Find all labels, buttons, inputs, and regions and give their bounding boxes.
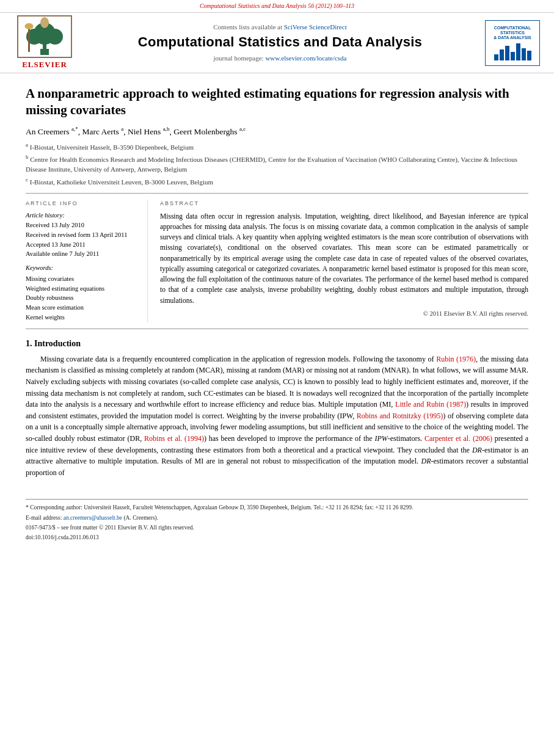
abstract-label: ABSTRACT xyxy=(160,200,528,208)
keywords-section: Keywords: Missing covariates Weighted es… xyxy=(26,264,137,322)
csda-logo-box: COMPUTATIONAL STATISTICS & DATA ANALYSIS xyxy=(485,20,540,66)
bar-7 xyxy=(527,51,531,60)
bar-4 xyxy=(511,52,515,60)
bar-1 xyxy=(494,54,498,60)
kw-3: Doubly robustness xyxy=(26,294,137,303)
svg-point-4 xyxy=(47,29,63,45)
svg-point-5 xyxy=(40,17,49,28)
doi-line: doi:10.1016/j.csda.2011.06.013 xyxy=(26,533,528,542)
star-note: * Corresponding author: Universiteit Has… xyxy=(26,503,528,512)
little-rubin-1987-link[interactable]: Little and Rubin (1987) xyxy=(395,400,466,409)
intro-heading: 1. Introduction xyxy=(26,338,528,350)
logo-box-title: COMPUTATIONAL STATISTICS & DATA ANALYSIS xyxy=(494,26,531,41)
top-divider xyxy=(26,193,528,194)
email-link[interactable]: an.creemers@uhasselt.be xyxy=(64,515,122,521)
footer-notes: * Corresponding author: Universiteit Has… xyxy=(26,503,528,542)
kw-2: Weighted estimating equations xyxy=(26,285,137,294)
bar-5 xyxy=(516,43,520,60)
email-line: E-mail address: an.creemers@uhasselt.be … xyxy=(26,514,528,522)
affil-b: b Centre for Health Economics Research a… xyxy=(26,153,528,175)
journal-title: Computational Statistics and Data Analys… xyxy=(78,33,482,52)
available-line: Available online 7 July 2011 xyxy=(26,250,137,259)
mid-divider xyxy=(26,329,528,329)
history-label: Article history: xyxy=(26,211,137,220)
journal-title-center: Contents lists available at SciVerse Sci… xyxy=(78,23,482,64)
keywords-label: Keywords: xyxy=(26,264,137,273)
page: Computational Statistics and Data Analys… xyxy=(0,0,554,756)
journal-citation-bar: Computational Statistics and Data Analys… xyxy=(0,0,554,12)
copyright-line: © 2011 Elsevier B.V. All rights reserved… xyxy=(160,310,528,319)
affil-a: a I-Biostat, Universiteit Hasselt, B-359… xyxy=(26,141,528,152)
carpenter-2006-link[interactable]: Carpenter et al. (2006) xyxy=(425,434,492,443)
footer-divider xyxy=(26,499,528,500)
bar-6 xyxy=(522,48,526,60)
revised-line: Received in revised form 13 April 2011 xyxy=(26,231,137,240)
footer-area: * Corresponding author: Universiteit Has… xyxy=(0,499,554,548)
homepage-link[interactable]: www.elsevier.com/locate/csda xyxy=(265,54,346,62)
svg-point-7 xyxy=(25,23,34,29)
kw-1: Missing covariates xyxy=(26,275,137,284)
elsevier-logo: ELSEVIER xyxy=(11,15,78,70)
elsevier-tree-icon xyxy=(17,15,72,58)
journal-banner: ELSEVIER Contents lists available at Sci… xyxy=(0,12,554,73)
article-info-label: ARTICLE INFO xyxy=(26,200,137,208)
accepted-line: Accepted 13 June 2011 xyxy=(26,241,137,250)
affil-c: c I-Biostat, Katholieke Universiteit Leu… xyxy=(26,176,528,187)
bar-2 xyxy=(500,49,504,60)
article-history: Article history: Received 13 July 2010 R… xyxy=(26,211,137,259)
abstract-text: Missing data often occur in regression a… xyxy=(160,211,528,306)
kw-5: Kernel weights xyxy=(26,313,137,322)
intro-para-1: Missing covariate data is a frequently e… xyxy=(26,354,528,479)
received-line: Received 13 July 2010 xyxy=(26,221,137,230)
article-info-col: ARTICLE INFO Article history: Received 1… xyxy=(26,200,148,322)
sciverse-line: Contents lists available at SciVerse Sci… xyxy=(78,23,482,32)
rubin-1976-link[interactable]: Rubin (1976) xyxy=(436,355,476,363)
svg-rect-6 xyxy=(28,27,30,52)
article-title: A nonparametric approach to weighted est… xyxy=(26,85,528,119)
abstract-col: ABSTRACT Missing data often occur in reg… xyxy=(160,200,528,322)
issn-line: 0167-9473/$ – see front matter © 2011 El… xyxy=(26,523,528,532)
authors-line: An Creemers a,*, Marc Aerts a, Niel Hens… xyxy=(26,125,528,137)
robins-rotnitzky-1995-link[interactable]: Robins and Rotnitzky (1995) xyxy=(357,412,443,420)
affiliations: a I-Biostat, Universiteit Hasselt, B-359… xyxy=(26,141,528,187)
journal-homepage: journal homepage: www.elsevier.com/locat… xyxy=(78,54,482,63)
kw-4: Mean score estimation xyxy=(26,303,137,313)
elsevier-brand-text: ELSEVIER xyxy=(22,59,67,70)
logo-bar-chart xyxy=(494,43,531,60)
journal-citation: Computational Statistics and Data Analys… xyxy=(200,2,354,9)
robins-1994-link[interactable]: Robins et al. (1994) xyxy=(144,434,204,443)
journal-logo-right: COMPUTATIONAL STATISTICS & DATA ANALYSIS xyxy=(482,20,543,66)
sciverse-link[interactable]: SciVerse ScienceDirect xyxy=(284,23,347,31)
info-abstract-row: ARTICLE INFO Article history: Received 1… xyxy=(26,200,528,322)
bar-3 xyxy=(505,46,509,60)
main-content: A nonparametric approach to weighted est… xyxy=(0,73,554,493)
